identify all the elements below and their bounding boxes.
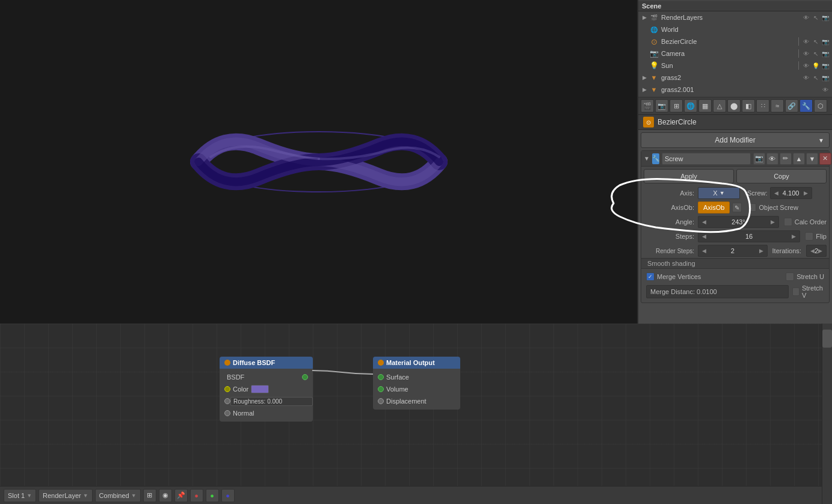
mesh-icon-2: ▼	[649, 85, 659, 94]
slot-selector[interactable]: Slot 1 ▼	[4, 489, 36, 502]
cursor-icon[interactable]: ↖	[812, 13, 820, 22]
view-icon-btn[interactable]: ⊞	[143, 489, 156, 502]
toolbar-btn-physics[interactable]: ≈	[771, 99, 784, 112]
mod-down-icon[interactable]: ▼	[806, 153, 818, 165]
cursor-icon[interactable]: ↖	[812, 37, 820, 46]
calc-order-checkbox[interactable]	[784, 218, 792, 226]
mod-render-icon[interactable]: 📷	[753, 153, 765, 165]
node-editor[interactable]: Diffuse BSDF BSDF Color	[0, 324, 822, 504]
outliner-item-beziercircle[interactable]: ⊙ BezierCircle 👁 ↖ 📷	[638, 35, 832, 48]
outliner-item-renderlayers[interactable]: ▶ 🎬 RenderLayers 👁 ↖ 📷	[638, 11, 832, 23]
merge-distance-field[interactable]: Merge Distanc: 0.0100	[646, 285, 789, 298]
axisob-edit-icon[interactable]: ✎	[732, 203, 742, 212]
steps-value: 16	[706, 233, 792, 240]
render-icon[interactable]: 📷	[821, 73, 830, 82]
render-icon[interactable]: 📷	[821, 61, 830, 70]
right-scrollbar[interactable]	[822, 324, 832, 504]
mesh-icon: ▼	[649, 73, 659, 82]
bsdf-output-socket[interactable]	[302, 374, 308, 380]
cursor-icon[interactable]: ↖	[812, 49, 820, 58]
render-icon[interactable]: 📷	[821, 13, 830, 22]
render-steps-field[interactable]: ◀ 2 ▶	[698, 245, 768, 257]
hsv-icon-btn[interactable]: ●	[206, 489, 219, 502]
scroll-thumb[interactable]	[822, 330, 832, 348]
volume-socket[interactable]	[378, 386, 384, 392]
copy-button[interactable]: Copy	[736, 169, 827, 183]
toolbar-btn-render[interactable]: 📷	[655, 99, 668, 112]
grass2-label: grass2	[661, 74, 681, 81]
mod-up-icon[interactable]: ▲	[793, 153, 805, 165]
toolbar-btn-mesh[interactable]: △	[713, 99, 726, 112]
stretch-u-checkbox[interactable]	[786, 272, 794, 281]
eye-icon[interactable]: 👁	[802, 73, 810, 82]
outliner-item-grass2-001[interactable]: ▶ ▼ grass2.001 👁	[638, 84, 832, 96]
toolbar-btn-scene[interactable]: 🎬	[641, 99, 654, 112]
dropdown-arrow-icon: ▼	[818, 137, 824, 144]
color-socket[interactable]	[224, 386, 230, 392]
eye-icon[interactable]: 👁	[821, 85, 830, 94]
node-dot-icon	[224, 360, 230, 366]
object-screw-checkbox[interactable]	[748, 203, 756, 212]
axis-selector[interactable]: X ▼	[698, 187, 740, 199]
alpha-icon-btn[interactable]: ●	[221, 489, 235, 502]
color-row: Color	[220, 383, 313, 395]
color-label: Color	[233, 386, 248, 393]
mod-eye-icon[interactable]: 👁	[766, 153, 778, 165]
toolbar-btn-constraints[interactable]: 🔗	[785, 99, 798, 112]
steps-field[interactable]: ◀ 16 ▶	[698, 230, 800, 242]
mod-close-button[interactable]: ✕	[819, 153, 831, 165]
screw-value-field[interactable]: ◀ 4.100 ▶	[770, 187, 812, 199]
angle-field[interactable]: ◀ 243° ▶	[698, 216, 779, 228]
diffuse-bsdf-node[interactable]: Diffuse BSDF BSDF Color	[220, 357, 313, 422]
toolbar-btn-modifiers[interactable]: 🔧	[800, 99, 813, 112]
item-visibility: 👁 ↖ 📷	[797, 37, 830, 46]
outliner-item-camera[interactable]: 📷 Camera 👁 ↖ 📷	[638, 48, 832, 60]
object-screw-label: Object Screw	[759, 204, 798, 211]
viewport[interactable]	[0, 0, 638, 324]
pin-icon-btn[interactable]: 📌	[174, 489, 188, 502]
toolbar-btn-renderlayers[interactable]: ⊞	[670, 99, 683, 112]
render-icon[interactable]: 📷	[821, 49, 830, 58]
cursor-icon[interactable]: ↖	[812, 73, 820, 82]
toolbar-btn-object[interactable]: ▦	[698, 99, 712, 112]
node-icon-btn[interactable]: ◉	[159, 489, 172, 502]
lamp-icon[interactable]: 💡	[812, 61, 820, 70]
outliner-item-world[interactable]: 🌐 World	[638, 23, 832, 35]
toolbar-btn-data[interactable]: ⬡	[814, 99, 827, 112]
stretch-v-checkbox[interactable]	[792, 287, 800, 296]
toolbar-btn-world[interactable]: 🌐	[684, 99, 697, 112]
color-swatch[interactable]	[251, 385, 269, 393]
render-layer-selector[interactable]: RenderLayer ▼	[39, 489, 93, 502]
normal-socket[interactable]	[224, 410, 230, 416]
toolbar-btn-texture[interactable]: ◧	[742, 99, 755, 112]
rgb-icon-btn[interactable]: ●	[190, 489, 203, 502]
volume-row: Volume	[373, 383, 460, 395]
axisob-button[interactable]: AxisOb	[698, 201, 730, 214]
toolbar-btn-particles[interactable]: ∷	[756, 99, 769, 112]
smoothing-row: Smooth shading	[641, 258, 829, 269]
displacement-socket[interactable]	[378, 398, 384, 404]
add-modifier-button[interactable]: Add Modifier ▼	[641, 132, 830, 148]
eye-icon[interactable]: 👁	[802, 13, 810, 22]
merge-vertices-checkbox[interactable]: ✓	[646, 272, 655, 281]
scene-outliner: Scene ▶ 🎬 RenderLayers 👁 ↖ 📷 🌐 World ⊙	[638, 0, 832, 97]
roughness-socket[interactable]	[224, 398, 230, 404]
surface-socket[interactable]	[378, 374, 384, 380]
eye-icon[interactable]: 👁	[802, 37, 810, 46]
iterations-field[interactable]: ◀ 2 ▶	[806, 245, 827, 257]
eye-icon[interactable]: 👁	[802, 61, 810, 70]
outliner-item-sun[interactable]: 💡 Sun 👁 💡 📷	[638, 60, 832, 72]
render-icon[interactable]: 📷	[821, 37, 830, 46]
mod-expand-icon[interactable]: ▼	[644, 155, 650, 162]
apply-button[interactable]: Apply	[644, 169, 734, 183]
roughness-field[interactable]	[230, 397, 313, 406]
axis-row: Axis: X ▼ Screw: ◀ 4.100 ▶	[641, 186, 829, 200]
mod-edit-icon[interactable]: ✏	[780, 153, 792, 165]
toolbar-btn-material[interactable]: ⬤	[727, 99, 741, 112]
outliner-item-grass2[interactable]: ▶ ▼ grass2 👁 ↖ 📷	[638, 72, 832, 84]
combined-selector[interactable]: Combined ▼	[95, 489, 141, 502]
modifier-name-input[interactable]	[662, 153, 751, 165]
flip-checkbox[interactable]	[805, 232, 813, 241]
material-output-node[interactable]: Material Output Surface Volume Displacem…	[373, 357, 460, 410]
eye-icon[interactable]: 👁	[802, 49, 810, 58]
